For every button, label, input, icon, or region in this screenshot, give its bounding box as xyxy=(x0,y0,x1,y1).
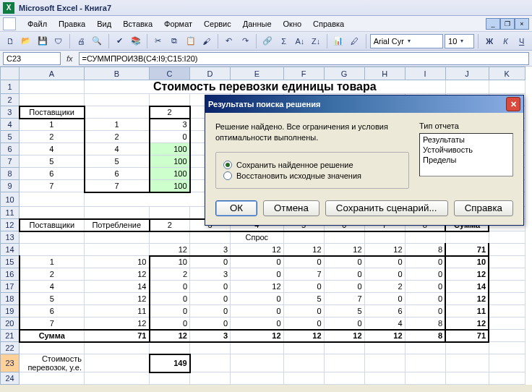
cell[interactable]: 5 xyxy=(85,155,150,168)
row-header[interactable]: 1 xyxy=(1,80,20,94)
row-header[interactable]: 12 xyxy=(1,219,20,231)
mdi-min-icon[interactable]: _ xyxy=(486,18,500,30)
cell[interactable]: 0 xyxy=(324,268,364,281)
row-header[interactable]: 5 xyxy=(1,131,20,143)
cell[interactable] xyxy=(85,342,150,354)
cell[interactable]: 0 xyxy=(405,305,445,318)
print-icon[interactable]: 🖨 xyxy=(74,33,88,49)
cell[interactable] xyxy=(85,207,150,219)
column-header[interactable]: I xyxy=(405,67,445,80)
cell[interactable]: 0 xyxy=(150,305,190,318)
column-header[interactable]: C xyxy=(150,67,190,80)
cell[interactable] xyxy=(150,342,190,354)
cell[interactable]: 0 xyxy=(190,305,231,318)
cell[interactable] xyxy=(231,342,284,354)
cell[interactable]: 100 xyxy=(150,155,190,168)
cell[interactable] xyxy=(489,305,525,318)
cell[interactable] xyxy=(489,372,525,385)
column-header[interactable]: A xyxy=(20,67,85,80)
cell[interactable]: 8 xyxy=(405,330,445,342)
cell[interactable] xyxy=(324,354,364,372)
sum-icon[interactable]: Σ xyxy=(277,33,291,49)
report-listbox[interactable]: Результаты Устойчивость Пределы xyxy=(419,133,513,176)
cell[interactable] xyxy=(445,80,489,94)
cell[interactable]: 149 xyxy=(150,354,190,372)
help-button[interactable]: Справка xyxy=(454,200,513,216)
name-box[interactable]: C23 xyxy=(3,52,61,65)
copy-icon[interactable]: ⧉ xyxy=(167,33,181,49)
cell[interactable] xyxy=(150,231,190,244)
cell[interactable]: 12 xyxy=(324,330,364,342)
cell[interactable]: 8 xyxy=(405,244,445,256)
cell[interactable]: 3 xyxy=(190,268,231,281)
ok-button[interactable]: ОК xyxy=(215,200,257,216)
mdi-close-icon[interactable]: × xyxy=(515,18,529,30)
cell[interactable] xyxy=(364,231,405,244)
cell[interactable]: 2 xyxy=(20,131,85,143)
cell[interactable] xyxy=(324,342,364,354)
cell[interactable]: 0 xyxy=(364,256,405,268)
cell[interactable]: 0 xyxy=(405,293,445,305)
cell[interactable]: 7 xyxy=(20,180,85,192)
cell[interactable]: 7 xyxy=(20,318,85,330)
cell[interactable]: 7 xyxy=(324,293,364,305)
cell[interactable]: 12 xyxy=(445,318,489,330)
cell[interactable] xyxy=(489,256,525,268)
row-header[interactable]: 24 xyxy=(1,372,20,385)
cell[interactable] xyxy=(364,354,405,372)
cell[interactable] xyxy=(489,342,525,354)
cell[interactable]: 12 xyxy=(445,293,489,305)
cell[interactable]: 2 xyxy=(150,106,190,119)
cell[interactable] xyxy=(20,231,85,244)
cell[interactable]: 12 xyxy=(231,244,284,256)
row-header[interactable]: 23 xyxy=(1,354,20,372)
cell[interactable] xyxy=(283,342,324,354)
new-doc-icon[interactable] xyxy=(3,17,16,30)
menu-format[interactable]: Формат xyxy=(158,17,198,30)
sort-asc-icon[interactable]: A↓ xyxy=(293,33,307,49)
cell[interactable] xyxy=(231,354,284,372)
cell[interactable]: 0 xyxy=(324,281,364,293)
cell[interactable]: Спрос xyxy=(231,231,284,244)
cell[interactable] xyxy=(489,268,525,281)
cell[interactable]: 0 xyxy=(364,293,405,305)
cell[interactable] xyxy=(85,244,150,256)
cell[interactable] xyxy=(190,354,231,372)
cell[interactable] xyxy=(85,354,150,372)
row-header[interactable]: 13 xyxy=(1,231,20,244)
cell[interactable]: 0 xyxy=(150,131,190,143)
cell[interactable]: 14 xyxy=(85,281,150,293)
cell[interactable]: 0 xyxy=(283,281,324,293)
cell[interactable] xyxy=(283,372,324,385)
list-item[interactable]: Результаты xyxy=(421,135,512,145)
cell[interactable]: 6 xyxy=(20,168,85,180)
underline-button[interactable]: Ч xyxy=(515,33,529,49)
cell[interactable] xyxy=(489,80,525,94)
cell[interactable]: 5 xyxy=(283,293,324,305)
cell[interactable]: 11 xyxy=(445,305,489,318)
open-icon[interactable]: 📂 xyxy=(19,33,33,49)
spell-icon[interactable]: ✔ xyxy=(112,33,126,49)
cell[interactable]: 0 xyxy=(405,268,445,281)
cell[interactable]: 0 xyxy=(190,293,231,305)
row-header[interactable]: 3 xyxy=(1,106,20,119)
cell[interactable]: 14 xyxy=(445,281,489,293)
cell[interactable]: 0 xyxy=(324,318,364,330)
cell[interactable]: 12 xyxy=(445,268,489,281)
cell[interactable] xyxy=(150,207,190,219)
cell[interactable]: 100 xyxy=(150,143,190,155)
cell[interactable]: 0 xyxy=(283,318,324,330)
cell[interactable] xyxy=(20,207,85,219)
formula-input[interactable]: =СУММПРОИЗВ(C4:I9;C15:I20) xyxy=(79,52,529,65)
cell[interactable]: 2 xyxy=(20,268,85,281)
cell[interactable] xyxy=(85,231,150,244)
cell[interactable]: Потребление xyxy=(85,219,150,231)
cell[interactable]: 12 xyxy=(150,330,190,342)
cell[interactable]: 6 xyxy=(85,168,150,180)
row-header[interactable]: 6 xyxy=(1,143,20,155)
cell[interactable]: 2 xyxy=(150,268,190,281)
cell[interactable]: 12 xyxy=(283,244,324,256)
cell[interactable] xyxy=(324,231,364,244)
cell[interactable]: 4 xyxy=(20,281,85,293)
radio-keep-solution[interactable]: Сохранить найденное решение xyxy=(223,161,401,169)
